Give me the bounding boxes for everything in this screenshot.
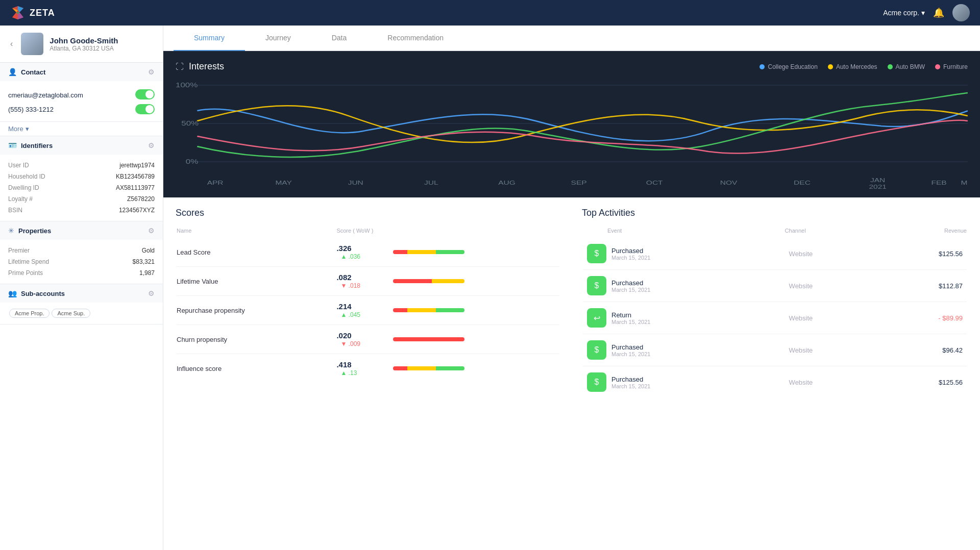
phone-toggle[interactable]	[135, 104, 155, 114]
contact-email: cmeriau@zetaglobal.com	[8, 88, 83, 100]
field-value: Z5678220	[127, 195, 155, 203]
properties-body: Premier GoldLifetime Spend $83,321Prime …	[0, 240, 163, 284]
back-button[interactable]: ‹	[8, 37, 15, 51]
activity-date: March 15, 2021	[611, 319, 650, 325]
contact-section-header: 👤 Contact ⚙	[0, 63, 163, 81]
activity-event-info: Purchased March 15, 2021	[611, 343, 650, 357]
notification-bell-icon[interactable]: 🔔	[933, 7, 944, 18]
score-bar	[393, 366, 464, 370]
field-value: 1234567XYZ	[119, 207, 155, 214]
tab-data[interactable]: Data	[311, 26, 368, 51]
activity-row: $ Purchased March 15, 2021 Website $125.…	[583, 239, 967, 268]
activity-icon: $	[587, 276, 606, 295]
contact-section: 👤 Contact ⚙ cmeriau@zetaglobal.com (555)…	[0, 63, 163, 122]
score-name: Lifetime Value	[177, 268, 335, 294]
tabs-bar: SummaryJourneyDataRecommendation	[163, 26, 980, 51]
activity-channel: Website	[785, 271, 875, 301]
svg-text:0%: 0%	[186, 158, 198, 165]
field-value: AX581113977	[116, 184, 155, 191]
profile-header: ‹ John Goode-Smith Atlanta, GA 30312 USA	[0, 26, 163, 63]
user-avatar[interactable]	[952, 4, 970, 21]
subaccount-tag[interactable]: Acme Prop.	[9, 309, 50, 318]
activity-revenue: $125.56	[875, 239, 967, 268]
activity-event-info: Return March 15, 2021	[611, 311, 650, 325]
profile-location: Atlanta, GA 30312 USA	[50, 45, 118, 52]
properties-settings-icon[interactable]: ⚙	[148, 227, 155, 235]
activity-row: ↩ Return March 15, 2021 Website - $89.99	[583, 303, 967, 333]
activity-icon: ↩	[587, 308, 606, 328]
org-selector[interactable]: Acme corp. ▾	[883, 9, 925, 17]
activity-icon: $	[587, 340, 606, 360]
logo-text: ZETA	[30, 8, 55, 18]
zeta-logo-icon	[10, 5, 26, 20]
activity-date: March 15, 2021	[611, 383, 650, 389]
score-wow: ▼ .009	[340, 340, 391, 347]
subaccounts-icon: 👥	[8, 289, 17, 297]
legend-label: College Education	[768, 63, 817, 70]
properties-icon: ✳	[8, 227, 14, 235]
field-label: Prime Points	[8, 269, 43, 277]
legend-dot-icon	[760, 64, 765, 69]
activity-event-info: Purchased March 15, 2021	[611, 279, 650, 293]
identifiers-icon: 🪪	[8, 141, 17, 149]
activity-event-info: Purchased March 15, 2021	[611, 247, 650, 261]
zeta-logo[interactable]: ZETA	[10, 5, 55, 20]
identifiers-section-header: 🪪 Identifiers ⚙	[0, 136, 163, 155]
score-value: .214	[336, 302, 351, 311]
subaccount-tag[interactable]: Acme Sup.	[52, 309, 90, 318]
scores-panel: Scores Name Score ( WoW ) Lead Score .32…	[176, 208, 561, 398]
activity-date: March 15, 2021	[611, 287, 650, 293]
score-bar	[393, 279, 464, 283]
identifiers-settings-icon[interactable]: ⚙	[148, 141, 155, 149]
identifiers-title: Identifiers	[21, 142, 53, 149]
nav-right: Acme corp. ▾ 🔔	[883, 4, 970, 21]
field-value: 1,987	[139, 269, 155, 277]
identifier-field-row: Dwelling ID AX581113977	[8, 182, 155, 193]
chart-legend: College Education Auto Mercedes Auto BMW…	[760, 63, 968, 70]
dropdown-icon: ▾	[921, 9, 925, 17]
avatar-image	[952, 4, 970, 21]
activity-channel: Website	[785, 303, 875, 333]
score-value: .418	[336, 360, 351, 369]
subaccounts-section: 👥 Sub-accounts ⚙ Acme Prop.Acme Sup.	[0, 284, 163, 324]
svg-text:JUN: JUN	[348, 180, 363, 186]
svg-text:DEC: DEC	[794, 180, 811, 186]
legend-dot-icon	[935, 64, 940, 69]
score-bar	[393, 250, 464, 254]
email-toggle[interactable]	[135, 89, 155, 99]
svg-text:JUL: JUL	[424, 180, 438, 186]
activity-icon: $	[587, 372, 606, 392]
activity-revenue: - $89.99	[875, 303, 967, 333]
more-link[interactable]: More ▾	[0, 122, 163, 136]
legend-label: Auto Mercedes	[836, 63, 877, 70]
legend-label: Auto BMW	[896, 63, 925, 70]
field-label: Lifetime Spend	[8, 258, 49, 265]
score-row: Lifetime Value .082 ▼ .018	[177, 268, 560, 294]
contact-settings-icon[interactable]: ⚙	[148, 68, 155, 76]
field-value: Gold	[142, 247, 155, 254]
activity-revenue: $125.56	[875, 367, 967, 397]
properties-title: Properties	[18, 227, 51, 235]
tab-recommendation[interactable]: Recommendation	[367, 26, 464, 51]
field-value: jerettwp1974	[119, 162, 155, 169]
subaccounts-settings-icon[interactable]: ⚙	[148, 289, 155, 297]
identifiers-body: User ID jerettwp1974Household ID KB12345…	[0, 155, 163, 221]
chart-title-group: ⛶ Interests	[176, 61, 224, 72]
chart-section: ⛶ Interests College Education Auto Merce…	[163, 51, 980, 197]
svg-text:FEB: FEB	[931, 180, 946, 186]
field-value: KB123456789	[116, 173, 155, 180]
score-value: .082	[336, 273, 351, 282]
svg-text:OCT: OCT	[646, 180, 663, 186]
activity-event-info: Purchased March 15, 2021	[611, 376, 650, 389]
chart-expand-icon[interactable]: ⛶	[176, 62, 184, 71]
svg-marker-5	[12, 12, 18, 19]
field-label: User ID	[8, 162, 29, 169]
score-wow: ▲ .036	[340, 253, 391, 260]
property-field-row: Prime Points 1,987	[8, 267, 155, 279]
act-col-revenue: Revenue	[875, 228, 967, 238]
activity-revenue: $112.87	[875, 271, 967, 301]
tab-summary[interactable]: Summary	[174, 26, 245, 51]
tab-journey[interactable]: Journey	[245, 26, 311, 51]
contact-email-row: cmeriau@zetaglobal.com	[8, 86, 155, 102]
main-content: SummaryJourneyDataRecommendation ⛶ Inter…	[163, 26, 980, 550]
